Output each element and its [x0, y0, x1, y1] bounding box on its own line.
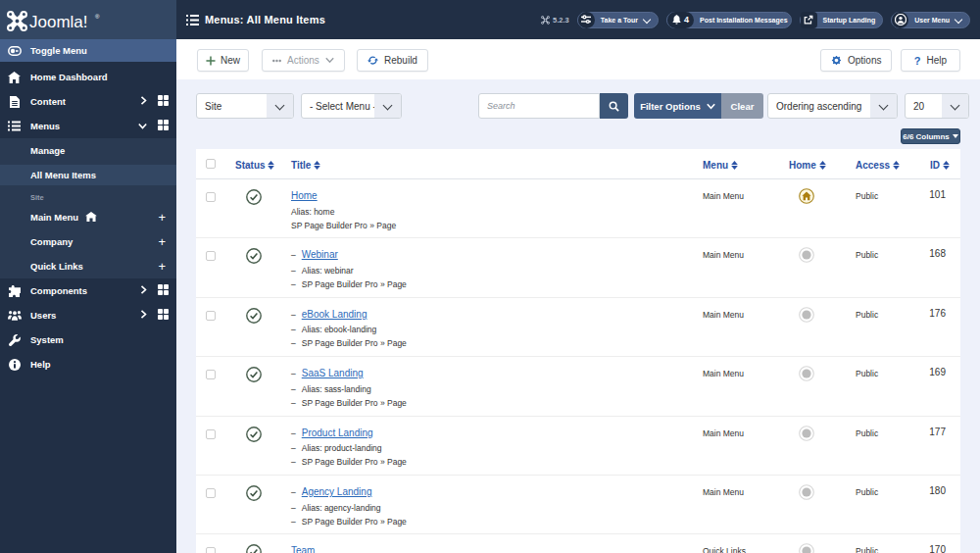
svg-text:®: ®	[95, 14, 100, 20]
svg-text:Joomla!: Joomla!	[29, 12, 88, 30]
